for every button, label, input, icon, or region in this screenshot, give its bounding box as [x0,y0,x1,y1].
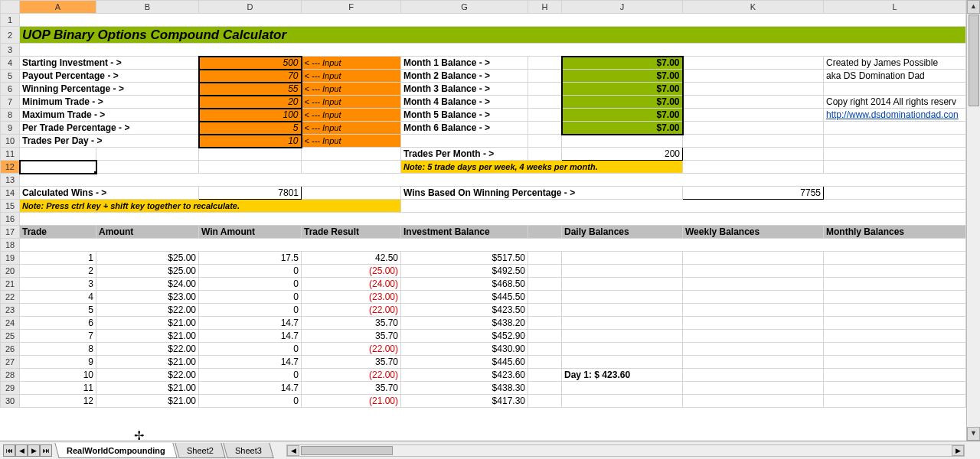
table-row[interactable]: 235$22.000(22.00)$423.50 [1,304,966,317]
cell-trade[interactable]: 4 [20,291,96,304]
cell-daily[interactable] [562,330,683,343]
row-header[interactable]: 1 [1,14,20,27]
table-row[interactable]: 257$21.0014.735.70$452.90 [1,330,966,343]
cell-amount[interactable]: $24.00 [96,278,199,291]
cell-amount[interactable]: $22.00 [96,343,199,356]
cell-balance[interactable]: $438.30 [401,382,528,395]
cell-amount[interactable]: $25.00 [96,252,199,265]
table-row[interactable]: 224$23.000(23.00)$445.50 [1,291,966,304]
vertical-scrollbar[interactable]: ▲ ▼ [966,0,980,441]
col-header-D[interactable]: D [199,1,302,14]
cell-balance[interactable]: $417.30 [401,395,528,408]
cell-win[interactable]: 0 [199,291,302,304]
cell-amount[interactable]: $23.00 [96,291,199,304]
cell-daily[interactable]: Day 1: $ 423.60 [562,369,683,382]
cell-amount[interactable]: $22.00 [96,304,199,317]
cell-trade[interactable]: 3 [20,278,96,291]
cell-balance[interactable]: $423.60 [401,369,528,382]
cell-result[interactable]: (25.00) [302,265,401,278]
row-header[interactable]: 25 [1,330,20,343]
cell-trade[interactable]: 8 [20,343,96,356]
cell-win[interactable]: 0 [199,395,302,408]
cell-trade[interactable]: 5 [20,304,96,317]
cell-amount[interactable]: $25.00 [96,265,199,278]
row-header[interactable]: 3 [1,44,20,57]
table-row[interactable]: 2911$21.0014.735.70$438.30 [1,382,966,395]
table-row[interactable]: 246$21.0014.735.70$438.20 [1,317,966,330]
table-row[interactable]: 2810$22.000(22.00)$423.60Day 1: $ 423.60 [1,369,966,382]
cell-balance[interactable]: $492.50 [401,265,528,278]
col-header-F[interactable]: F [302,1,401,14]
cell-win[interactable]: 17.5 [199,252,302,265]
cell-trade[interactable]: 7 [20,330,96,343]
cell-daily[interactable] [562,395,683,408]
cell-amount[interactable]: $21.00 [96,356,199,369]
sheet-tab-sheet2[interactable]: Sheet2 [175,443,225,458]
cell-balance[interactable]: $430.90 [401,343,528,356]
row-header[interactable]: 14 [1,187,20,200]
table-row[interactable]: 268$22.000(22.00)$430.90 [1,343,966,356]
col-header-K[interactable]: K [683,1,824,14]
row-header[interactable]: 21 [1,278,20,291]
row-header[interactable]: 8 [1,109,20,122]
cell-daily[interactable] [562,343,683,356]
row-header[interactable]: 4 [1,57,20,70]
horizontal-scrollbar[interactable]: ◀ ▶ [286,444,965,457]
row-header[interactable]: 19 [1,252,20,265]
table-row[interactable]: 279$21.0014.735.70$445.60 [1,356,966,369]
trades-per-day-input[interactable]: 10 [199,135,302,148]
row-header[interactable]: 18 [1,239,20,252]
row-header[interactable]: 26 [1,343,20,356]
row-header[interactable]: 29 [1,382,20,395]
row-header[interactable]: 13 [1,174,20,187]
col-header-H[interactable]: H [528,1,562,14]
row-header[interactable]: 22 [1,291,20,304]
cell-amount[interactable]: $22.00 [96,369,199,382]
select-all-corner[interactable] [1,1,20,14]
row-header[interactable]: 23 [1,304,20,317]
row-header[interactable]: 9 [1,122,20,135]
cell-balance[interactable]: $445.50 [401,291,528,304]
cell-result[interactable]: (22.00) [302,304,401,317]
cell-trade[interactable]: 6 [20,317,96,330]
tab-nav-last-icon[interactable]: ⏭ [40,444,52,457]
cell-balance[interactable]: $445.60 [401,356,528,369]
cell-result[interactable]: 35.70 [302,330,401,343]
cell-result[interactable]: 35.70 [302,382,401,395]
cell-result[interactable]: (24.00) [302,278,401,291]
row-header[interactable]: 28 [1,369,20,382]
cell-result[interactable]: 35.70 [302,317,401,330]
scroll-up-arrow-icon[interactable]: ▲ [967,0,980,14]
tab-nav-next-icon[interactable]: ▶ [28,444,40,457]
scroll-down-arrow-icon[interactable]: ▼ [967,427,980,441]
hscroll-thumb[interactable] [301,446,393,455]
cell-amount[interactable]: $21.00 [96,382,199,395]
winning-pct-input[interactable]: 55 [199,83,302,96]
table-row[interactable]: 213$24.000(24.00)$468.50 [1,278,966,291]
sheet-tab-realworld[interactable]: RealWorldCompounding [54,443,177,458]
cell-trade[interactable]: 10 [20,369,96,382]
cell-daily[interactable] [562,382,683,395]
row-header[interactable]: 6 [1,83,20,96]
per-trade-pct-input[interactable]: 5 [199,122,302,135]
row-header[interactable]: 10 [1,135,20,148]
row-header[interactable]: 11 [1,148,20,161]
cell-win[interactable]: 0 [199,278,302,291]
tab-nav-first-icon[interactable]: ⏮ [3,444,15,457]
cell-win[interactable]: 0 [199,304,302,317]
payout-pct-input[interactable]: 70 [199,70,302,83]
scroll-left-arrow-icon[interactable]: ◀ [287,445,299,456]
cell-daily[interactable] [562,265,683,278]
col-header-A[interactable]: A [20,1,96,14]
starting-investment-input[interactable]: 500 [199,57,302,70]
row-header[interactable]: 16 [1,213,20,226]
table-row[interactable]: 191$25.0017.542.50$517.50 [1,252,966,265]
max-trade-input[interactable]: 100 [199,109,302,122]
row-header[interactable]: 15 [1,200,20,213]
cell-daily[interactable] [562,291,683,304]
col-header-J[interactable]: J [562,1,683,14]
cell-trade[interactable]: 9 [20,356,96,369]
row-header[interactable]: 7 [1,96,20,109]
row-header[interactable]: 30 [1,395,20,408]
cell-trade[interactable]: 1 [20,252,96,265]
